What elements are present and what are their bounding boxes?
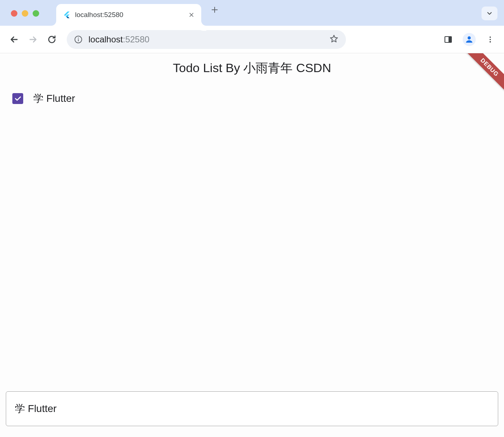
back-button[interactable] <box>7 32 22 47</box>
todo-list: 学 Flutter <box>0 83 504 114</box>
flutter-favicon-icon <box>63 11 71 19</box>
todo-input[interactable] <box>6 391 498 426</box>
page-title: Todo List By 小雨青年 CSDN <box>173 60 331 76</box>
chevron-down-icon <box>486 10 493 17</box>
window-minimize-button[interactable] <box>22 10 28 17</box>
browser-tabstrip: localhost:52580 <box>0 0 504 26</box>
address-bar[interactable]: localhost:52580 <box>67 30 346 49</box>
svg-point-1 <box>78 37 79 38</box>
info-icon <box>74 35 83 44</box>
url-text: localhost:52580 <box>88 34 323 45</box>
window-maximize-button[interactable] <box>33 10 39 17</box>
todo-label: 学 Flutter <box>33 92 75 105</box>
browser-toolbar: localhost:52580 <box>0 26 504 53</box>
menu-button[interactable] <box>485 34 495 45</box>
arrow-left-icon <box>9 34 19 45</box>
arrow-right-icon <box>28 34 38 45</box>
person-icon <box>464 35 474 44</box>
window-close-button[interactable] <box>11 10 17 17</box>
browser-tab[interactable]: localhost:52580 <box>56 4 201 26</box>
svg-point-6 <box>489 36 491 38</box>
tab-title: localhost:52580 <box>75 11 184 19</box>
svg-point-8 <box>489 41 491 42</box>
tabstrip-dropdown-button[interactable] <box>482 7 497 20</box>
svg-rect-2 <box>78 39 79 41</box>
panel-icon <box>444 35 453 44</box>
todo-checkbox[interactable] <box>12 93 23 104</box>
svg-point-5 <box>468 36 471 39</box>
close-icon <box>188 12 195 18</box>
side-panel-button[interactable] <box>443 34 453 45</box>
reload-button[interactable] <box>44 32 59 47</box>
input-area <box>6 391 498 426</box>
new-tab-button[interactable] <box>211 6 219 14</box>
kebab-icon <box>486 36 494 43</box>
close-tab-button[interactable] <box>188 12 195 18</box>
profile-button[interactable] <box>463 33 476 46</box>
reload-icon <box>47 35 57 44</box>
url-port: :52580 <box>123 34 149 44</box>
window-controls <box>11 10 39 17</box>
url-host: localhost <box>88 34 123 44</box>
page-viewport: DEBUG Todo List By 小雨青年 CSDN 学 Flutter <box>0 53 504 437</box>
bookmark-button[interactable] <box>329 34 339 45</box>
forward-button[interactable] <box>25 32 41 47</box>
plus-icon <box>211 6 219 14</box>
check-icon <box>14 95 22 103</box>
star-icon <box>329 34 339 43</box>
svg-point-7 <box>489 39 491 40</box>
site-info-icon[interactable] <box>74 35 83 44</box>
svg-rect-4 <box>449 37 451 42</box>
todo-item[interactable]: 学 Flutter <box>0 85 504 112</box>
app-bar: Todo List By 小雨青年 CSDN <box>0 53 504 83</box>
toolbar-right <box>443 33 497 46</box>
